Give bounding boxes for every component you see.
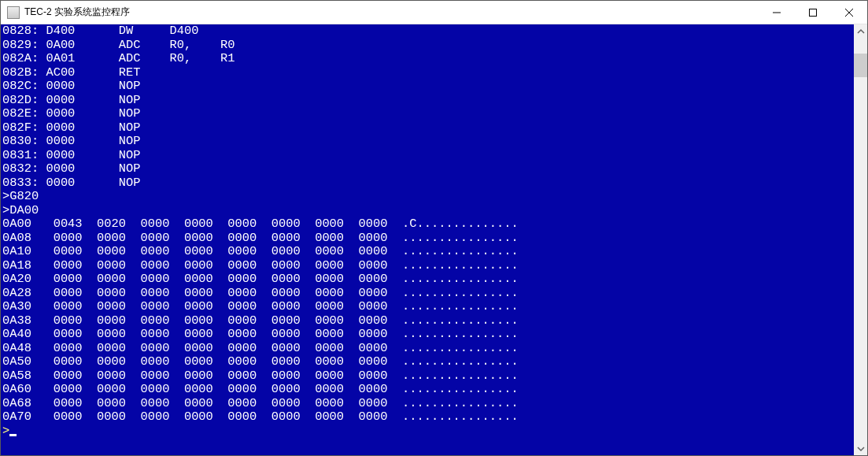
maximize-icon — [809, 9, 817, 17]
scroll-thumb[interactable] — [854, 54, 867, 77]
cursor — [9, 434, 17, 436]
svg-rect-0 — [810, 9, 817, 16]
chevron-up-icon — [857, 28, 865, 35]
minimize-icon — [773, 9, 781, 17]
chevron-down-icon — [857, 445, 865, 453]
prompt: > — [2, 424, 9, 438]
scroll-down-button[interactable] — [854, 442, 867, 455]
scroll-track[interactable] — [854, 38, 867, 442]
vertical-scrollbar[interactable] — [854, 24, 867, 455]
app-window: TEC-2 实验系统监控程序 0828: D400 DW D400 0829: … — [0, 0, 868, 456]
maximize-button[interactable] — [795, 1, 831, 24]
terminal-output[interactable]: 0828: D400 DW D400 0829: 0A00 ADC R0, R0… — [1, 24, 854, 455]
close-button[interactable] — [831, 1, 867, 24]
close-icon — [845, 9, 853, 17]
window-title: TEC-2 实验系统监控程序 — [24, 6, 130, 19]
title-bar[interactable]: TEC-2 实验系统监控程序 — [1, 1, 867, 24]
client-area: 0828: D400 DW D400 0829: 0A00 ADC R0, R0… — [1, 24, 867, 455]
minimize-button[interactable] — [759, 1, 795, 24]
app-icon — [7, 6, 20, 19]
scroll-up-button[interactable] — [854, 24, 867, 38]
